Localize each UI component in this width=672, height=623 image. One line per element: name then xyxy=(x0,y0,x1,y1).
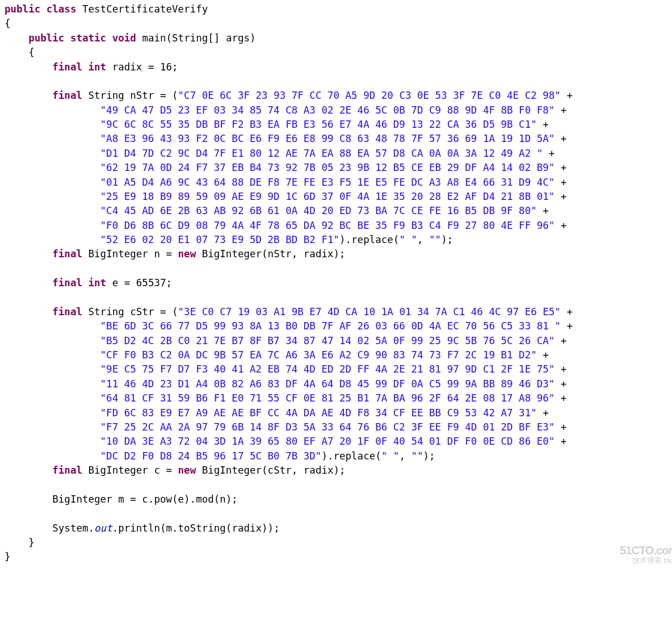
code-line: "9C 6C 8C 55 35 DB BF F2 B3 EA FB E3 56 … xyxy=(5,118,672,132)
string-literal: "CF F0 B3 C2 0A DC 9B 57 EA 7C A6 3A E6 … xyxy=(100,349,537,361)
code-line: "10 DA 3E A3 72 04 3D 1A 39 65 80 EF A7 … xyxy=(5,434,672,449)
plus-op: + xyxy=(537,407,555,419)
code-line xyxy=(5,507,672,521)
code-line: "A8 E3 96 43 93 F2 0C BC E6 F9 E6 E8 99 … xyxy=(5,132,672,146)
plus-op: + xyxy=(555,436,573,447)
plus-op: + xyxy=(537,205,555,216)
string-literal: "62 19 7A 0D 24 F7 37 EB B4 73 92 7B 05 … xyxy=(100,162,555,173)
brace: } xyxy=(28,537,35,548)
string-literal: "11 46 4D 23 D1 A4 0B 82 A6 83 DF 4A 64 … xyxy=(100,378,555,390)
code-line: } xyxy=(5,536,672,550)
code-line: "F0 D6 8B 6C D9 08 79 4A 4F 78 65 DA 92 … xyxy=(5,219,672,233)
string-literal: "BE 6D 3C 66 77 D5 99 93 8A 13 B0 DB 7F … xyxy=(100,320,561,332)
code-line: final int e = 65537; xyxy=(5,276,672,290)
watermark-bottom: 技术博客 blog xyxy=(620,557,672,565)
string-literal: "10 DA 3E A3 72 04 3D 1A 39 65 80 EF A7 … xyxy=(100,436,555,447)
string-literal: "C7 0E 6C 3F 23 93 7F CC 70 A5 9D 20 C3 … xyxy=(178,90,561,101)
string-literal: "F0 D6 8B 6C D9 08 79 4A 4F 78 65 DA 92 … xyxy=(100,220,555,231)
radix-decl: radix = 16; xyxy=(112,61,178,73)
keyword-public: public xyxy=(28,32,64,44)
string-literal: "" xyxy=(411,450,423,462)
keyword-int: int xyxy=(89,277,107,288)
keyword-new: new xyxy=(178,248,196,260)
plus-op: + xyxy=(561,90,579,101)
code-line: "25 E9 18 B9 89 59 09 AE E9 9D 1C 6D 37 … xyxy=(5,190,672,204)
code-block: public class TestCertificateVerify { pub… xyxy=(5,2,672,565)
string-literal: "C4 45 AD 6E 2B 63 AB 92 6B 61 0A 4D 20 … xyxy=(100,205,537,216)
plus-op: + xyxy=(555,104,573,116)
keyword-static: static xyxy=(70,32,106,44)
string-literal: "9E C5 75 F7 D7 F3 40 41 A2 EB 74 4D ED … xyxy=(100,363,555,375)
code-line: { xyxy=(5,45,672,60)
code-line: "FD 6C 83 E9 E7 A9 AE AE BF CC 4A DA AE … xyxy=(5,406,672,420)
code-line: BigInteger m = c.pow(e).mod(n); xyxy=(5,492,672,507)
n-decl-a: BigInteger n = xyxy=(89,248,178,260)
close: ); xyxy=(441,234,453,245)
c-decl-b: BigInteger(cStr, radix); xyxy=(196,465,345,476)
plus-op: + xyxy=(561,320,579,332)
plus-op: + xyxy=(561,306,579,317)
keyword-final: final xyxy=(52,90,82,101)
plus-op: + xyxy=(555,378,573,390)
keyword-public: public xyxy=(5,3,40,15)
code-line: "01 A5 D4 A6 9C 43 64 88 DE F8 7E FE E3 … xyxy=(5,175,672,190)
brace: } xyxy=(5,551,11,562)
keyword-final: final xyxy=(52,277,82,288)
string-literal: " " xyxy=(399,234,417,245)
code-line: } xyxy=(5,550,672,564)
string-literal: "01 A5 D4 A6 9C 43 64 88 DE F8 7E FE E3 … xyxy=(100,177,555,188)
code-line: "11 46 4D 23 D1 A4 0B 82 A6 83 DF 4A 64 … xyxy=(5,377,672,391)
code-line: "9E C5 75 F7 D7 F3 40 41 A2 EB 74 4D ED … xyxy=(5,362,672,377)
plus-op: + xyxy=(555,177,573,188)
cstr-decl: String cStr = ( xyxy=(89,306,178,317)
brace: { xyxy=(28,47,35,58)
code-line: "52 E6 02 20 E1 07 73 E9 5D 2B BD B2 F1"… xyxy=(5,233,672,247)
n-decl-b: BigInteger(nStr, radix); xyxy=(196,248,345,260)
code-line: System.out.println(m.toString(radix)); xyxy=(5,521,672,536)
plus-op: + xyxy=(537,119,555,130)
keyword-int: int xyxy=(89,61,107,73)
code-line: { xyxy=(5,16,672,31)
sysout-a: System. xyxy=(52,522,94,534)
comma: , xyxy=(417,234,429,245)
code-line: "B5 D2 4C 2B C0 21 7E B7 8F B7 34 87 47 … xyxy=(5,334,672,348)
plus-op: + xyxy=(555,392,573,404)
code-line xyxy=(5,74,672,89)
code-line: final BigInteger n = new BigInteger(nStr… xyxy=(5,247,672,261)
code-line: "D1 D4 7D C2 9C D4 7F E1 80 12 AE 7A EA … xyxy=(5,147,672,161)
code-line: "F7 25 2C AA 2A 97 79 6B 14 8F D3 5A 33 … xyxy=(5,420,672,434)
string-literal: "B5 D2 4C 2B C0 21 7E B7 8F B7 34 87 47 … xyxy=(100,335,555,346)
plus-op: + xyxy=(537,349,555,361)
plus-op: + xyxy=(555,335,573,346)
code-line: final String cStr = ("3E C0 C7 19 03 A1 … xyxy=(5,305,672,319)
keyword-void: void xyxy=(112,32,136,44)
keyword-class: class xyxy=(47,3,77,15)
string-literal: "25 E9 18 B9 89 59 09 AE E9 9D 1C 6D 37 … xyxy=(100,191,555,202)
string-literal: "49 CA 47 D5 23 EF 03 34 85 74 C8 A3 02 … xyxy=(100,104,555,116)
string-literal: "64 81 CF 31 59 B6 F1 E0 71 55 CF 0E 81 … xyxy=(100,392,555,404)
e-decl: e = 65537; xyxy=(112,277,172,288)
code-line: final String nStr = ("C7 0E 6C 3F 23 93 … xyxy=(5,89,672,103)
plus-op: + xyxy=(555,363,573,375)
string-literal: "A8 E3 96 43 93 F2 0C BC E6 F9 E6 E8 99 … xyxy=(100,133,555,144)
code-line xyxy=(5,262,672,276)
code-line: "64 81 CF 31 59 B6 F1 E0 71 55 CF 0E 81 … xyxy=(5,391,672,405)
string-literal: "DC D2 F0 D8 24 B5 96 17 5C B0 7B 3D" xyxy=(100,450,322,462)
string-literal: "D1 D4 7D C2 9C D4 7F E1 80 12 AE 7A EA … xyxy=(100,148,543,159)
code-line: "BE 6D 3C 66 77 D5 99 93 8A 13 B0 DB 7F … xyxy=(5,319,672,333)
replace-call: ).replace( xyxy=(339,234,399,245)
replace-call: ).replace( xyxy=(321,450,381,462)
code-line: "C4 45 AD 6E 2B 63 AB 92 6B 61 0A 4D 20 … xyxy=(5,204,672,218)
string-literal: "9C 6C 8C 55 35 DB BF F2 B3 EA FB E3 56 … xyxy=(100,119,537,130)
method-signature: main(String[] args) xyxy=(142,32,255,44)
brace: { xyxy=(5,18,11,29)
plus-op: + xyxy=(543,148,561,159)
c-decl-a: BigInteger c = xyxy=(89,465,178,476)
code-line: public class TestCertificateVerify xyxy=(5,2,672,16)
sysout-c: .println(m.toString(radix)); xyxy=(112,522,280,534)
m-computation: BigInteger m = c.pow(e).mod(n); xyxy=(52,494,238,505)
nstr-decl: String nStr = ( xyxy=(89,90,178,101)
code-line: "49 CA 47 D5 23 EF 03 34 85 74 C8 A3 02 … xyxy=(5,103,672,118)
watermark-top: 51CTO.com xyxy=(620,545,672,557)
plus-op: + xyxy=(555,220,573,231)
